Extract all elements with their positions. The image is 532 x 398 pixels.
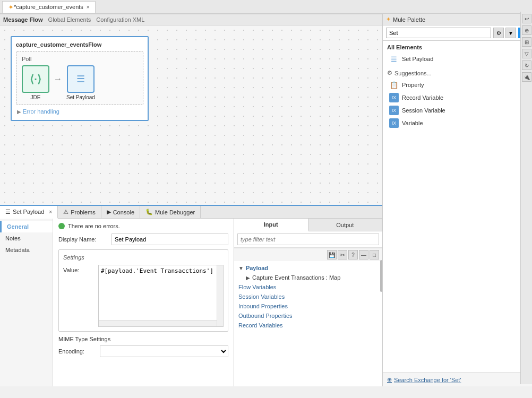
palette-item-record-variable[interactable]: IX Record Variable: [387, 91, 528, 104]
scroll-indicator: [380, 260, 382, 292]
exchange-icon: ⊕: [387, 376, 392, 383]
palette-record-variable-label: Record Variable: [402, 94, 443, 101]
jde-node-icon: ⟨·⟩: [30, 73, 41, 85]
record-variable-icon: IX: [389, 93, 399, 102]
palette-item-property[interactable]: 📋 Property: [387, 79, 528, 91]
props-right-search: [234, 231, 382, 248]
suggestions-header: ⚙ Suggestions... ↗: [387, 70, 528, 76]
tree-item-record-vars[interactable]: Record Variables: [234, 321, 382, 330]
props-right-tabs: Input Output: [234, 219, 382, 231]
palette-settings-btn[interactable]: ⚙: [493, 28, 504, 38]
value-area-wrap: Value:: [63, 265, 224, 327]
value-label: Value:: [63, 265, 95, 273]
bottom-panel: ☰ Set Payload × ⚠ Problems ▶ Console 🐛 M…: [0, 206, 382, 386]
flow-lane: Poll ⟨·⟩ JDE →: [16, 51, 143, 105]
display-name-label: Display Name:: [58, 236, 111, 243]
palette-variable-label: Variable: [402, 120, 423, 126]
sub-tab-global-elements[interactable]: Global Elements: [48, 16, 91, 23]
tab-set-payload-close[interactable]: ×: [49, 209, 52, 215]
editor-tab[interactable]: ✦ *capture_customer_events ×: [2, 1, 96, 13]
encoding-label: Encoding:: [58, 348, 96, 354]
mini-save-btn[interactable]: 💾: [327, 250, 337, 259]
props-right-search-input[interactable]: [237, 233, 379, 245]
variable-icon: IX: [389, 118, 399, 128]
editor-tab-label: *capture_customer_events: [14, 4, 83, 10]
encoding-select[interactable]: [100, 345, 228, 357]
mime-settings-label: MIME Type Settings: [58, 336, 228, 342]
side-btn-refresh[interactable]: ↻: [522, 60, 531, 70]
palette-item-session-variable[interactable]: IX Session Variable: [387, 104, 528, 117]
side-btn-filter[interactable]: ▽: [522, 49, 531, 58]
palette-session-variable-label: Session Variable: [402, 107, 445, 114]
sub-tab-message-flow[interactable]: Message Flow: [3, 16, 43, 23]
value-textarea-container: [98, 265, 224, 327]
display-name-input[interactable]: [111, 233, 228, 245]
palette-icons-row: ⚙ ▼: [493, 28, 516, 38]
set-payload-node-label: Set Payload: [66, 94, 95, 100]
search-exchange-link[interactable]: ⊕ Search Exchange for 'Set': [387, 376, 528, 383]
tab-mule-debugger-icon: 🐛: [145, 209, 153, 215]
sidebar-item-general[interactable]: General: [0, 221, 53, 232]
error-handling[interactable]: ▶ Error handling: [16, 107, 143, 116]
tab-mule-debugger[interactable]: 🐛 Mule Debugger: [140, 206, 201, 218]
set-payload-icon: ☰: [389, 54, 399, 64]
palette-search-bar: ⚙ ▼ 🔍: [383, 25, 532, 41]
textarea-scrollbar[interactable]: [217, 265, 223, 326]
editor-tab-icon: ✦: [8, 3, 14, 11]
set-payload-node-icon: ☰: [76, 73, 85, 85]
sidebar-item-metadata[interactable]: Metadata: [0, 244, 53, 256]
tree-item-session-vars[interactable]: Session Variables: [234, 292, 382, 301]
flow-nodes: ⟨·⟩ JDE → ☰: [22, 65, 138, 100]
jde-node[interactable]: ⟨·⟩ JDE: [22, 65, 49, 100]
tree-item-flow-vars[interactable]: Flow Variables: [234, 282, 382, 292]
tab-set-payload[interactable]: ☰ Set Payload ×: [0, 206, 58, 219]
palette-all-elements-title: All Elements: [387, 44, 528, 50]
palette-set-payload-label: Set Payload: [402, 56, 433, 62]
side-btn-grid[interactable]: ⊞: [522, 37, 531, 47]
palette-search-input[interactable]: [386, 28, 491, 38]
mini-help-btn[interactable]: ?: [348, 250, 358, 259]
settings-label: Settings: [63, 254, 224, 261]
mule-palette-panel: ✦ Mule Palette × ⚙ ▼ 🔍 All Elements ☰ Se…: [382, 14, 532, 386]
flow-container: capture_customer_eventsFlow Poll ⟨·⟩: [11, 36, 149, 121]
palette-item-variable[interactable]: IX Variable: [387, 117, 528, 129]
settings-group: Settings Value:: [58, 249, 228, 332]
side-btn-add[interactable]: ⊕: [522, 25, 531, 35]
display-name-row: Display Name:: [58, 233, 228, 245]
side-btn-plugin[interactable]: 🔌: [522, 72, 531, 82]
set-payload-node-box[interactable]: ☰: [67, 65, 95, 93]
props-right-tab-output[interactable]: Output: [308, 219, 383, 231]
mime-settings-section: MIME Type Settings Encoding:: [58, 336, 228, 357]
mini-minimize-btn[interactable]: —: [359, 250, 368, 259]
palette-item-set-payload[interactable]: ☰ Set Payload: [387, 53, 528, 65]
property-icon: 📋: [389, 80, 399, 90]
palette-dropdown-btn[interactable]: ▼: [505, 28, 516, 38]
props-right-tab-input[interactable]: Input: [234, 219, 308, 231]
tree-item-inbound-props[interactable]: Inbound Properties: [234, 301, 382, 311]
editor-tab-close[interactable]: ×: [87, 4, 90, 10]
props-sidebar: General Notes Metadata: [0, 219, 53, 386]
set-payload-node[interactable]: ☰ Set Payload: [66, 65, 95, 100]
mini-maximize-btn[interactable]: □: [370, 250, 379, 259]
tree-inbound-props-label: Inbound Properties: [238, 303, 288, 309]
palette-title: ✦ Mule Palette: [386, 16, 525, 23]
bottom-tabs: ☰ Set Payload × ⚠ Problems ▶ Console 🐛 M…: [0, 206, 382, 219]
tab-problems[interactable]: ⚠ Problems: [58, 206, 101, 218]
jde-node-label: JDE: [31, 94, 41, 100]
palette-footer: ⊕ Search Exchange for 'Set': [383, 373, 532, 386]
tab-console[interactable]: ▶ Console: [101, 206, 140, 218]
encoding-row: Encoding:: [58, 345, 228, 357]
sidebar-item-notes[interactable]: Notes: [0, 232, 53, 244]
suggestions-gear-icon: ⚙: [387, 70, 392, 76]
tree-item-capture-event[interactable]: ▶ Capture Event Transactions : Map: [234, 273, 382, 282]
sub-tab-config-xml[interactable]: Configuration XML: [96, 16, 144, 23]
sub-tabs-bar: Message Flow Global Elements Configurati…: [0, 14, 382, 25]
flow-lane-label: Poll: [22, 56, 138, 62]
side-btn-back[interactable]: ↩: [522, 14, 531, 23]
tree-item-payload[interactable]: ▼ Payload: [234, 263, 382, 273]
jde-node-box[interactable]: ⟨·⟩: [22, 65, 49, 93]
tree-item-outbound-props[interactable]: Outbound Properties: [234, 311, 382, 321]
value-textarea[interactable]: [99, 265, 223, 318]
textarea-hscroll[interactable]: [99, 320, 223, 326]
mini-cut-btn[interactable]: ✂: [338, 250, 347, 259]
